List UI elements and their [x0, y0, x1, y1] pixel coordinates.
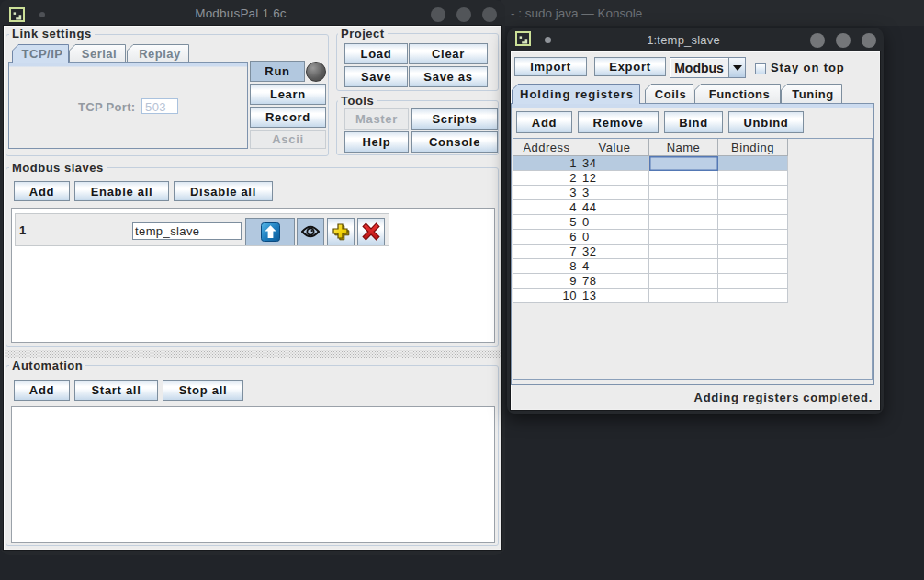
svg-text:Serial: Serial — [82, 47, 117, 61]
svg-text:Replay: Replay — [139, 47, 181, 61]
svg-text:Tuning: Tuning — [792, 87, 833, 101]
svg-text:Holding registers: Holding registers — [520, 87, 634, 101]
svg-text:TCP/IP: TCP/IP — [22, 47, 63, 61]
svg-text:Functions: Functions — [709, 87, 771, 101]
svg-text:Coils: Coils — [655, 87, 686, 101]
